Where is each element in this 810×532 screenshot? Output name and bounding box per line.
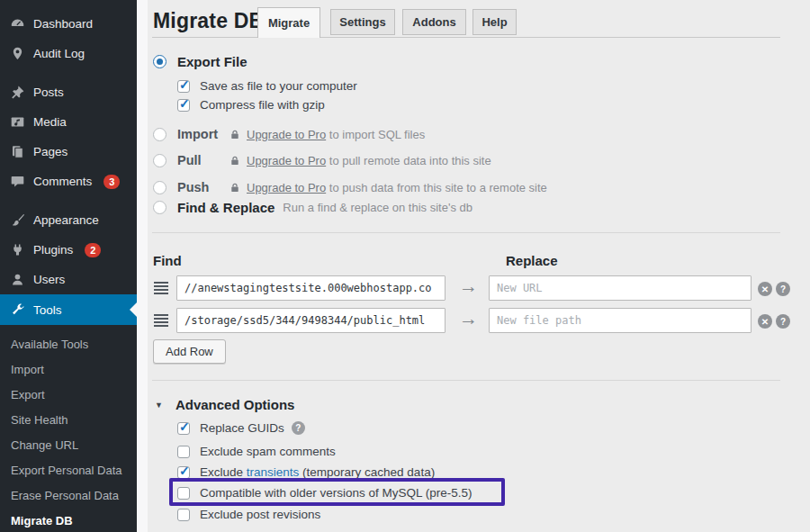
paintbrush-icon xyxy=(9,212,25,229)
submenu-item-change-url[interactable]: Change URL xyxy=(0,433,137,458)
exclude-transients-label: Exclude transients (temporary cached dat… xyxy=(200,465,435,479)
replace-input[interactable] xyxy=(489,308,752,333)
submenu-item-import[interactable]: Import xyxy=(0,357,137,383)
exclude-transients-checkbox[interactable] xyxy=(177,466,190,479)
submenu-item-export[interactable]: Export xyxy=(0,383,137,408)
pull-pro-description: to pull remote data into this site xyxy=(326,154,491,167)
comments-icon xyxy=(9,174,25,190)
find-replace-radio[interactable] xyxy=(153,201,166,214)
chevron-down-icon: ▼ xyxy=(155,401,163,410)
sidebar-content-gutter xyxy=(137,0,148,532)
tab-addons[interactable]: Addons xyxy=(402,9,466,35)
page-title: Migrate DB xyxy=(153,9,264,33)
submenu-item-available-tools[interactable]: Available Tools xyxy=(0,332,137,357)
export-file-option: Export File xyxy=(153,54,248,69)
exclude-spam-checkbox[interactable] xyxy=(177,446,190,458)
submenu-item-migrate-db[interactable]: Migrate DB xyxy=(0,509,137,532)
mysql-compat-label: Compatible with older versions of MySQL … xyxy=(200,486,472,500)
pages-icon xyxy=(9,144,25,160)
sidebar-item-label: Media xyxy=(33,115,67,129)
sidebar-item-dashboard[interactable]: Dashboard xyxy=(0,9,137,39)
gzip-label: Compress file with gzip xyxy=(200,98,325,112)
find-replace-row: → ✕ ? xyxy=(153,275,794,301)
sidebar-item-users[interactable]: Users xyxy=(0,265,137,294)
dashboard-icon xyxy=(9,16,25,32)
upgrade-to-pro-link[interactable]: Upgrade to Pro xyxy=(247,154,326,167)
import-pro-description: to import SQL files xyxy=(326,128,425,141)
arrow-right-icon: → xyxy=(459,308,478,329)
sidebar-item-pages[interactable]: Pages xyxy=(0,137,137,167)
pull-radio[interactable] xyxy=(153,154,166,167)
tab-settings[interactable]: Settings xyxy=(330,9,395,35)
help-icon[interactable]: ? xyxy=(776,314,790,329)
replace-input[interactable] xyxy=(489,275,752,301)
exclude-revisions-checkbox[interactable] xyxy=(177,509,190,521)
find-input[interactable] xyxy=(176,275,446,301)
push-radio[interactable] xyxy=(153,181,166,194)
submenu-item-site-health[interactable]: Site Health xyxy=(0,408,137,433)
exclude-revisions-label: Exclude post revisions xyxy=(200,508,320,521)
sidebar-item-label: Dashboard xyxy=(33,17,93,31)
sidebar-item-audit-log[interactable]: Audit Log xyxy=(0,39,137,68)
lock-icon xyxy=(230,129,240,140)
sidebar-item-label: Appearance xyxy=(33,213,99,227)
admin-sidebar: Dashboard Audit Log Posts Media Pages Co… xyxy=(0,0,137,532)
sidebar-item-tools[interactable]: Tools xyxy=(0,294,137,325)
exclude-transients-row: Exclude transients (temporary cached dat… xyxy=(177,465,435,479)
replace-column-header: Replace xyxy=(506,253,558,268)
save-as-file-label: Save as file to your computer xyxy=(200,79,357,93)
drag-handle-icon[interactable] xyxy=(153,280,169,296)
transients-link[interactable]: transients xyxy=(247,465,300,479)
help-icon[interactable]: ? xyxy=(292,421,305,435)
export-file-radio[interactable] xyxy=(153,55,166,68)
remove-row-icon[interactable]: ✕ xyxy=(758,282,772,296)
sidebar-separator xyxy=(0,196,137,205)
pull-label: Pull xyxy=(177,153,230,167)
sidebar-item-label: Audit Log xyxy=(33,47,85,60)
submenu-item-erase-personal-data[interactable]: Erase Personal Data xyxy=(0,483,137,509)
upgrade-to-pro-link[interactable]: Upgrade to Pro xyxy=(247,128,326,141)
sidebar-item-label: Tools xyxy=(33,303,62,317)
sidebar-item-appearance[interactable]: Appearance xyxy=(0,205,137,235)
add-row-button[interactable]: Add Row xyxy=(153,339,226,364)
sidebar-item-label: Posts xyxy=(33,86,64,99)
sidebar-item-media[interactable]: Media xyxy=(0,107,137,137)
user-icon xyxy=(9,272,25,288)
wrench-icon xyxy=(9,302,25,318)
pushpin-icon xyxy=(9,85,25,101)
help-icon[interactable]: ? xyxy=(776,282,790,296)
import-radio[interactable] xyxy=(153,128,166,141)
import-label: Import xyxy=(177,127,230,141)
sidebar-item-posts[interactable]: Posts xyxy=(0,77,137,107)
tools-submenu: Available Tools Import Export Site Healt… xyxy=(0,325,137,532)
advanced-options-toggle[interactable]: ▼ Advanced Options xyxy=(155,397,294,412)
advanced-options-title: Advanced Options xyxy=(176,397,295,412)
sidebar-item-comments[interactable]: Comments 3 xyxy=(0,167,137,196)
tab-migrate[interactable]: Migrate xyxy=(257,7,320,38)
drag-handle-icon[interactable] xyxy=(153,312,169,329)
mysql-compat-checkbox[interactable] xyxy=(177,487,190,500)
sidebar-separator xyxy=(0,68,137,77)
push-label: Push xyxy=(177,180,230,194)
find-replace-option: Find & Replace Run a find & replace on t… xyxy=(153,200,472,215)
remove-row-icon[interactable]: ✕ xyxy=(758,314,772,329)
plug-icon xyxy=(9,242,25,258)
find-input[interactable] xyxy=(176,308,446,333)
find-replace-label: Find & Replace xyxy=(177,200,274,215)
submenu-item-export-personal-data[interactable]: Export Personal Data xyxy=(0,458,137,483)
sidebar-item-label: Comments xyxy=(33,175,92,188)
export-file-label: Export File xyxy=(177,54,248,69)
save-as-file-checkbox[interactable] xyxy=(177,80,190,93)
find-replace-description: Run a find & replace on this site's db xyxy=(283,201,472,214)
sidebar-item-label: Pages xyxy=(33,145,68,158)
push-pro-description: to push data from this site to a remote … xyxy=(326,181,547,194)
replace-guids-checkbox[interactable] xyxy=(177,422,190,435)
sidebar-item-plugins[interactable]: Plugins 2 xyxy=(0,235,137,265)
gzip-row: Compress file with gzip xyxy=(177,98,325,112)
sidebar-item-label: Plugins xyxy=(33,243,73,257)
tab-help[interactable]: Help xyxy=(472,9,517,35)
lock-icon xyxy=(230,155,240,167)
tabs-bottom-border xyxy=(152,37,780,38)
gzip-checkbox[interactable] xyxy=(177,99,190,112)
upgrade-to-pro-link[interactable]: Upgrade to Pro xyxy=(247,181,326,194)
